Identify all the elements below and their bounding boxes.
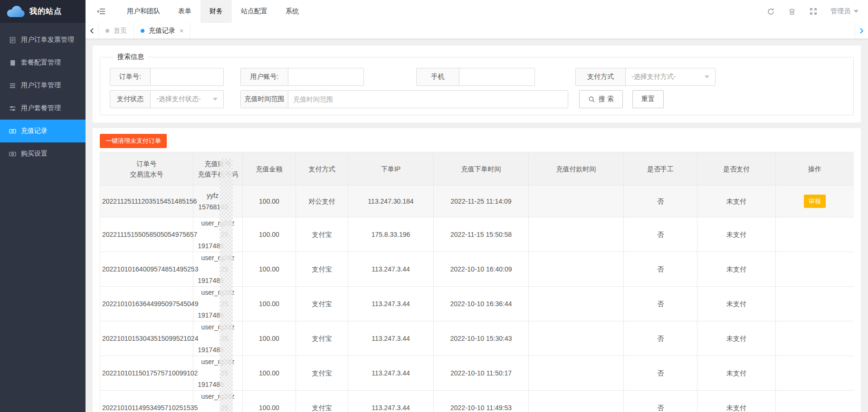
cell-order-time: 2022-10-10 16:40:09 (434, 252, 529, 287)
cell-pay-type: 支付宝 (296, 252, 348, 287)
refresh-icon[interactable] (766, 7, 775, 16)
banknote-icon (9, 150, 16, 158)
cell-account: user_rg2dz25 1917486 (193, 321, 243, 356)
list-lines-icon (9, 82, 16, 89)
cell-order-no: 20221010114953495710251535 (100, 391, 193, 412)
topnav: 用户和团队 表单 财务 站点配置 系统 (118, 0, 308, 23)
tab-home[interactable]: 首页 (99, 23, 134, 38)
redacted-text (208, 266, 221, 273)
cell-account: user_rg2dz25 1917486 (193, 287, 243, 321)
topnav-item-site-config[interactable]: 站点配置 (232, 0, 277, 23)
col-manual: 是否手工 (624, 152, 697, 186)
cell-ip: 113.247.3.44 (348, 356, 434, 391)
table-row: 20221125111203515451485156 yyfz 15768143… (100, 186, 854, 217)
sidebar: 我的站点 用户订单发票管理 套餐配置管理 (0, 0, 86, 412)
content: 搜索信息 订单号: 用户账号: 手机 (86, 39, 868, 412)
sidebar-item-user-order-invoice[interactable]: 用户订单发票管理 (0, 28, 86, 51)
tab-close-icon[interactable]: × (180, 28, 183, 34)
cell-manual: 否 (624, 186, 697, 217)
search-row-2: 支付状态 -选择支付状态- 充值时间范围 (110, 90, 853, 108)
pay-status-selected-value: -选择支付状态- (156, 95, 200, 103)
table-header: 订单号交易流水号 充值账号充值手机号码 充值金额 支付方式 下单IP 充值下单时… (100, 152, 854, 186)
cell-order-no: 20221115155058505054975657 (100, 217, 193, 252)
col-pay-type: 支付方式 (296, 152, 348, 186)
account-line1: user_rg2dz25 (195, 217, 240, 240)
cloud-logo-icon (6, 5, 26, 18)
col-order-time: 充值下单时间 (434, 152, 529, 186)
cell-order-time: 2022-10-10 15:30:43 (434, 321, 529, 356)
cell-manual: 否 (624, 252, 697, 287)
user-account-label: 用户账号: (241, 68, 288, 85)
cell-pay-status: 未支付 (697, 356, 776, 391)
topbar: 用户和团队 表单 财务 站点配置 系统 (86, 0, 868, 23)
redacted-text (224, 243, 238, 250)
cell-pay-time (529, 321, 624, 356)
user-account-input[interactable] (288, 68, 363, 85)
redacted-text (208, 301, 221, 308)
tabs-scroll-left-icon[interactable] (86, 23, 99, 38)
cell-pay-time (529, 186, 624, 217)
cell-order-no: 20221010164009574851495253 (100, 252, 193, 287)
search-fieldset: 搜索信息 订单号: 用户账号: 手机 (100, 53, 854, 115)
topnav-label: 站点配置 (241, 7, 267, 16)
topnav-label: 财务 (210, 7, 223, 16)
cell-ip: 175.8.33.196 (348, 217, 434, 252)
redacted-text (208, 405, 221, 412)
table-row: 20221010115017575710099102 user_rg2dz25 … (100, 356, 854, 391)
trash-icon[interactable] (788, 7, 796, 16)
cell-pay-time (529, 217, 624, 252)
pay-type-select[interactable]: -选择支付方式- (626, 68, 715, 85)
cell-pay-time (529, 252, 624, 287)
topnav-label: 用户和团队 (127, 7, 160, 16)
sidebar-item-user-package[interactable]: 用户套餐管理 (0, 97, 86, 120)
cell-action (776, 287, 854, 321)
cell-order-time: 2022-10-10 16:36:44 (434, 287, 529, 321)
pay-status-select[interactable]: -选择支付状态- (151, 91, 223, 108)
phone-input[interactable] (459, 68, 534, 85)
sidebar-item-user-order[interactable]: 用户订单管理 (0, 74, 86, 97)
order-no-input[interactable] (151, 68, 223, 85)
cell-manual: 否 (624, 356, 697, 391)
site-title: 我的站点 (29, 7, 62, 17)
cell-action (776, 252, 854, 287)
sidebar-item-label: 购买设置 (21, 150, 48, 158)
cell-action (776, 356, 854, 391)
table-row: 20221115155058505054975657 user_rg2dz25 … (100, 217, 854, 252)
col-order-no: 订单号交易流水号 (100, 152, 193, 186)
cell-account: user_rg2dz25 1917486 (193, 252, 243, 287)
invoice-doc-icon (9, 36, 16, 44)
tabbar-spacer (191, 23, 855, 38)
topnav-item-system[interactable]: 系统 (277, 0, 308, 23)
cell-amount: 100.00 (243, 356, 296, 391)
topnav-item-forms[interactable]: 表单 (169, 0, 200, 23)
cell-amount: 100.00 (243, 391, 296, 412)
clear-unpaid-orders-button[interactable]: 一键清理未支付订单 (100, 134, 167, 148)
search-button[interactable]: 搜 索 (579, 90, 623, 108)
sidebar-item-package-config[interactable]: 套餐配置管理 (0, 51, 86, 74)
pay-status-group: 支付状态 -选择支付状态- (110, 90, 224, 108)
fullscreen-icon[interactable] (809, 7, 818, 16)
cell-action (776, 217, 854, 252)
topbar-right: 管理员 (766, 7, 868, 16)
cell-pay-type: 支付宝 (296, 391, 348, 412)
tabs-scroll-right-icon[interactable] (855, 23, 868, 38)
cell-amount: 100.00 (243, 321, 296, 356)
reset-button[interactable]: 重置 (632, 90, 664, 108)
audit-button[interactable]: 审核 (804, 195, 826, 208)
sidebar-item-recharge-records[interactable]: 充值记录 (0, 120, 86, 142)
col-pay-time: 充值付款时间 (529, 152, 624, 186)
redacted-text (208, 232, 221, 238)
topnav-item-users-teams[interactable]: 用户和团队 (118, 0, 169, 23)
cell-pay-type: 支付宝 (296, 356, 348, 391)
time-range-input[interactable] (288, 91, 568, 108)
sidebar-item-purchase-settings[interactable]: 购买设置 (0, 142, 86, 165)
phone-group: 手机 (416, 68, 535, 86)
topnav-item-finance[interactable]: 财务 (200, 0, 232, 23)
tab-recharge-records[interactable]: 充值记录 × (134, 23, 191, 38)
redacted-text (224, 347, 238, 354)
collapse-menu-icon[interactable] (97, 7, 106, 16)
cell-order-no: 20221010115017575710099102 (100, 356, 193, 391)
table-row: 20221010114953495710251535 user_rg2dz25 … (100, 391, 854, 412)
pay-type-group: 支付方式 -选择支付方式- (575, 68, 715, 86)
admin-menu[interactable]: 管理员 (830, 7, 858, 16)
